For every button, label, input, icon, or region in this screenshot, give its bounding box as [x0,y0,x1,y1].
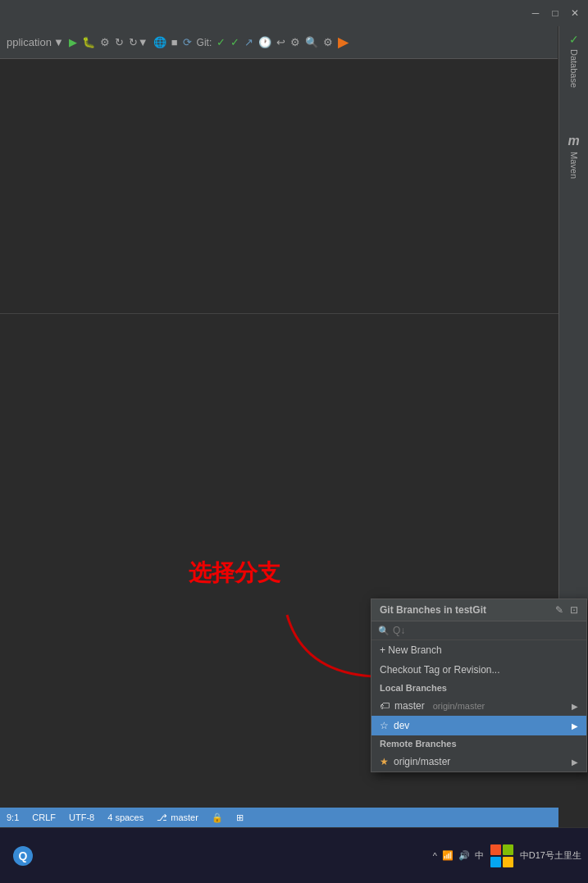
git-branches-panel: Git Branches in testGit ✎ ⊡ 🔍 + New Bran… [371,599,587,772]
git-translate[interactable]: ⚙ [290,36,300,48]
origin-master-label: origin/master [394,756,450,767]
taskbar-time: 中D17号土里生 [520,849,581,862]
tray-network: 📶 [442,850,454,861]
master-remote-label: origin/master [433,701,485,711]
branch-icon: ⎇ [157,812,167,823]
git-push[interactable]: ↗ [244,36,253,48]
git-check2[interactable]: ✓ [230,36,239,48]
new-branch-action[interactable]: + New Branch [371,640,586,660]
browser-button[interactable]: 🌐 [153,36,166,48]
dev-branch-icon: ☆ [380,720,389,731]
indent[interactable]: 4 spaces [107,812,144,822]
taskbar: Q ^ 📶 🔊 中 中D17号土里生 [0,827,588,883]
branch-search-input[interactable] [393,625,580,636]
jetbrains-icon[interactable]: ▶ [338,34,348,50]
master-branch-icon: 🏷 [380,700,390,712]
status-bar: 9:1 CRLF UTF-8 4 spaces ⎇ master 🔒 ⊞ [0,808,558,827]
database-panel-item[interactable]: ✓ Database [559,26,588,94]
close-button[interactable]: ✕ [568,7,581,20]
dev-branch-left: ☆ dev [380,720,409,731]
taskbar-time-text: 中D17号土里生 [520,849,581,862]
lock-status: 🔒 [212,812,223,823]
tray-caret[interactable]: ^ [433,851,437,861]
panel-header: Git Branches in testGit ✎ ⊡ [371,599,586,621]
taskbar-app-icon[interactable]: Q [7,840,39,872]
cursor-position: 9:1 [7,812,19,822]
checkout-tag-label: Checkout Tag or Revision... [380,664,500,676]
stop-button[interactable]: ■ [171,36,178,48]
origin-master-left: ★ origin/master [380,756,450,767]
windows-logo[interactable] [490,844,513,867]
git-label: Git: [197,37,212,48]
checkout-tag-action[interactable]: Checkout Tag or Revision... [371,660,586,680]
master-branch-left: 🏷 master origin/master [380,700,485,712]
search-toolbar[interactable]: 🔍 [305,36,318,48]
maximize-button[interactable]: □ [549,7,562,20]
dev-branch-item[interactable]: ☆ dev ▶ [371,716,586,735]
search-icon: 🔍 [378,626,390,636]
sys-tray: ^ 📶 🔊 中 [433,849,484,862]
git-undo[interactable]: ↩ [276,36,285,48]
panel-resize-icon[interactable]: ⊡ [570,604,578,616]
lock-icon: 🔒 [212,812,223,823]
app-dropdown[interactable]: pplication ▼ [7,36,64,48]
local-branches-header: Local Branches [371,680,586,696]
reload2-button[interactable]: ⟳ [183,36,192,48]
reload-button[interactable]: ↻ [115,36,124,48]
line-ending[interactable]: CRLF [32,812,56,822]
new-branch-label: + New Branch [380,644,442,656]
run-button[interactable]: ▶ [69,36,77,48]
taskbar-right: ^ 📶 🔊 中 中D17号土里生 [433,844,581,867]
dev-branch-label: dev [394,720,409,731]
git-check1[interactable]: ✓ [217,36,226,48]
origin-master-arrow: ▶ [572,758,578,767]
maven-panel-item[interactable]: m Maven [559,127,588,185]
search-row: 🔍 [371,621,586,640]
maven-label: Maven [569,152,579,179]
title-bar: ─ □ ✕ [0,0,588,26]
debug-button[interactable]: 🐛 [82,36,95,48]
reload-arrow-button[interactable]: ↻▼ [129,36,148,48]
master-branch-arrow: ▶ [572,702,578,711]
origin-master-item[interactable]: ★ origin/master ▶ [371,752,586,771]
build-button[interactable]: ⚙ [100,36,110,48]
toolbar: pplication ▼ ▶ 🐛 ⚙ ↻ ↻▼ 🌐 ■ ⟳ Git: ✓ ✓ ↗… [0,26,558,59]
branch-name: master [171,812,198,822]
app-label: pplication [7,36,52,48]
right-panel: ✓ Database m Maven [558,26,588,600]
git-history[interactable]: 🕐 [258,36,271,48]
tray-volume: 🔊 [458,850,470,861]
dev-branch-arrow: ▶ [572,721,578,731]
origin-master-icon: ★ [380,756,389,767]
minimize-button[interactable]: ─ [529,7,542,20]
panel-edit-icon[interactable]: ✎ [555,604,563,616]
win-icon: ⊞ [236,812,244,823]
dropdown-arrow: ▼ [53,36,64,48]
master-branch-item[interactable]: 🏷 master origin/master ▶ [371,696,586,716]
branch-status[interactable]: ⎇ master [157,812,198,823]
svg-text:Q: Q [19,849,28,863]
panel-title: Git Branches in testGit [380,604,486,616]
master-branch-label: master [394,700,425,712]
panel-header-icons: ✎ ⊡ [555,604,578,616]
maven-icon: m [567,134,579,148]
tray-ime[interactable]: 中 [475,849,484,862]
encoding[interactable]: UTF-8 [69,812,94,822]
win-icon-status: ⊞ [236,812,244,823]
remote-branches-header: Remote Branches [371,735,586,752]
database-check-icon: ✓ [569,33,579,46]
database-label: Database [569,49,579,88]
annotation-text: 选择分支 [189,558,280,589]
settings-toolbar[interactable]: ⚙ [323,36,333,48]
editor-divider [0,313,558,314]
